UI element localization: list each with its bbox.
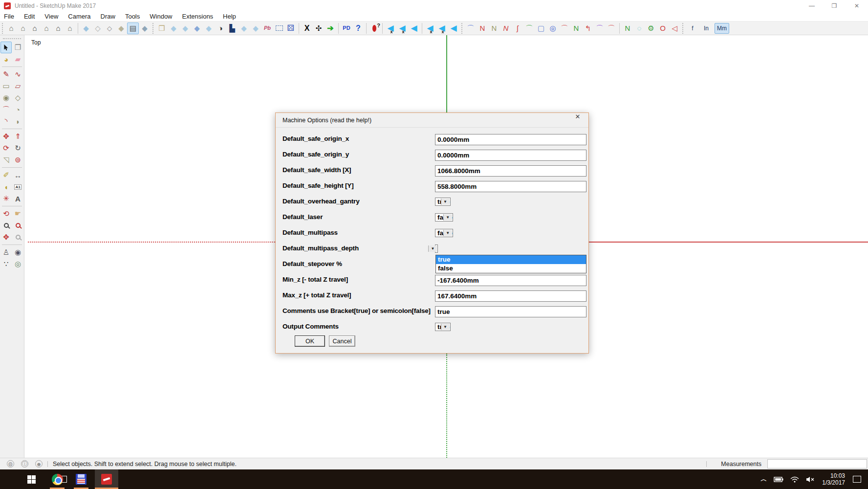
phlat-go-icon[interactable]: ➔ (325, 22, 336, 34)
view-left-icon[interactable]: ⌂ (64, 22, 76, 34)
menu-draw[interactable]: Draw (96, 12, 120, 22)
bezier-arc-icon[interactable]: ⌒ (559, 22, 570, 34)
phlat-pd-icon[interactable]: PD (341, 22, 352, 34)
phlat-tool-b-icon[interactable]: ◆ (179, 22, 191, 34)
style-monochrome-icon[interactable]: ◆ (139, 22, 151, 34)
dropdown-option-false[interactable]: false (436, 264, 586, 273)
menu-window[interactable]: Window (145, 12, 177, 22)
dialog-close-icon[interactable]: ✕ (573, 113, 583, 128)
default-multipass-select[interactable]: false▼ (435, 229, 453, 237)
section-plane-tool[interactable]: ◎ (12, 258, 23, 270)
push-pull-tool[interactable]: ⇑ (12, 131, 23, 142)
menu-edit[interactable]: Edit (19, 12, 40, 22)
phlat-hourglass-icon[interactable]: X (301, 22, 313, 34)
phlat-machine-icon[interactable]: ▙ (226, 22, 238, 34)
text-tool[interactable]: A1 (12, 181, 23, 193)
dropdown-option-true[interactable]: true (436, 255, 586, 264)
battery-icon[interactable] (774, 476, 783, 482)
default-safe-width-input[interactable] (435, 165, 586, 177)
move-tool[interactable]: ✥ (0, 131, 12, 142)
default-safe-height-input[interactable] (435, 181, 586, 192)
style-shaded-icon[interactable]: ◆ (115, 22, 127, 34)
phlat-open-icon[interactable]: ❒ (156, 22, 168, 34)
circle-tool[interactable]: ◉ (0, 92, 12, 104)
rectangle-tool[interactable]: ▭ (0, 80, 12, 92)
follow-me-tool[interactable]: ↻ (12, 142, 23, 154)
claim-credit-icon[interactable]: ⓘ (21, 460, 28, 467)
volume-muted-icon[interactable] (806, 476, 815, 483)
default-safe-origin-x-input[interactable] (435, 134, 586, 145)
toolbar-grip[interactable] (2, 23, 4, 34)
ok-button[interactable]: OK (295, 335, 325, 347)
menu-extensions[interactable]: Extensions (177, 12, 218, 22)
style-hidden-line-icon[interactable]: ⬦ (104, 22, 115, 34)
arc-tool[interactable]: ◗ (12, 115, 23, 127)
tray-chevron-icon[interactable]: ︿ (760, 475, 767, 484)
units-feet-button[interactable]: f (687, 23, 698, 34)
phlat-pb-eraser-icon[interactable]: Pb (261, 22, 273, 34)
protractor-tool[interactable]: ◖ (0, 181, 12, 193)
bezier-sketchy-icon[interactable]: N (488, 22, 500, 34)
bezier-curve-icon[interactable]: N (500, 22, 512, 34)
select-tool[interactable] (0, 42, 12, 53)
taskbar-clock[interactable]: 10:03 1/3/2017 (822, 472, 845, 486)
curve-circle-icon[interactable]: ◌ (633, 22, 645, 34)
dimension-tool[interactable]: ↔ (12, 169, 23, 181)
phlat-tool-d-icon[interactable]: ◆ (203, 22, 215, 34)
restore-button[interactable]: ❐ (823, 0, 846, 12)
units-inch-button[interactable]: In (701, 23, 712, 34)
previous-view-tool[interactable] (12, 231, 23, 243)
comments-bracket-input[interactable] (435, 306, 586, 317)
minimize-button[interactable]: — (801, 0, 823, 12)
phlat-tool-a-icon[interactable]: ◆ (168, 22, 179, 34)
cancel-button[interactable]: Cancel (329, 335, 355, 347)
bezier-polyline-icon[interactable]: N (477, 22, 488, 34)
bezier-s-curve-icon[interactable]: ʃ (512, 22, 523, 34)
pie-tool[interactable]: ◔ (12, 104, 23, 115)
sketchup-taskbar-button[interactable] (95, 469, 118, 489)
bezier-c-curve-icon[interactable]: ⌒ (523, 22, 535, 34)
bezier-arc3-icon[interactable]: ⌒ (606, 22, 617, 34)
phlat-count-icon[interactable]: ⚄ (285, 22, 297, 34)
view-right-icon[interactable]: ⌂ (41, 22, 52, 34)
measurements-input[interactable] (767, 459, 867, 468)
two-point-arc-tool[interactable]: ⌒ (0, 104, 12, 115)
position-camera-tool[interactable]: ♙ (0, 246, 12, 258)
orbit-tool[interactable]: ⟲ (0, 208, 12, 220)
bezier-arc2-icon[interactable]: ⌒ (594, 22, 606, 34)
toolbar-grip[interactable] (682, 23, 685, 34)
scale-tool[interactable]: ◹ (0, 154, 12, 166)
start-button[interactable] (20, 469, 43, 489)
view-back-icon[interactable]: ⌂ (52, 22, 64, 34)
phlat-origin-icon[interactable]: ◑ (215, 22, 226, 34)
default-multipass-depth-select[interactable]: ▼ (435, 244, 438, 253)
bezier-rect-icon[interactable]: ▢ (535, 22, 547, 34)
palette-grip[interactable] (3, 38, 21, 40)
menu-tools[interactable]: Tools (120, 12, 145, 22)
signin-icon[interactable]: ☻ (35, 460, 43, 467)
zoom-window-tool[interactable] (12, 220, 23, 231)
toolbar-grip[interactable] (461, 23, 464, 34)
view-front-icon[interactable]: ⌂ (29, 22, 41, 34)
phlat-tool-e-icon[interactable]: ◆ (238, 22, 250, 34)
fold2-out-x-icon[interactable]: ◀ (436, 22, 448, 34)
eraser-tool[interactable]: ▰ (12, 53, 23, 65)
look-around-tool[interactable]: ◉ (12, 246, 23, 258)
menu-view[interactable]: View (40, 12, 63, 22)
phlat-select-rect-icon[interactable] (273, 22, 285, 34)
default-safe-origin-y-input[interactable] (435, 150, 586, 161)
paint-bucket-tool[interactable]: ◕ (0, 53, 12, 65)
units-mm-button[interactable]: Mm (715, 23, 729, 34)
line-tool[interactable]: ✎ (0, 68, 12, 80)
phlat-tool-c-icon[interactable]: ◆ (191, 22, 203, 34)
phlat-probe-icon[interactable] (369, 22, 380, 34)
pan-tool[interactable]: ☛ (12, 208, 23, 220)
view-top-icon[interactable]: ⌂ (17, 22, 29, 34)
three-point-arc-tool[interactable]: ◝ (0, 115, 12, 127)
default-overhead-gantry-select[interactable]: true▼ (435, 198, 451, 206)
make-component-tool[interactable]: ❐ (12, 42, 23, 53)
bezier-spiral-icon[interactable]: ◎ (547, 22, 559, 34)
curve-ellipse-icon[interactable]: O (657, 22, 669, 34)
style-textured-icon[interactable]: ▤ (127, 22, 139, 34)
walk-tool[interactable]: ∵ (0, 258, 12, 270)
